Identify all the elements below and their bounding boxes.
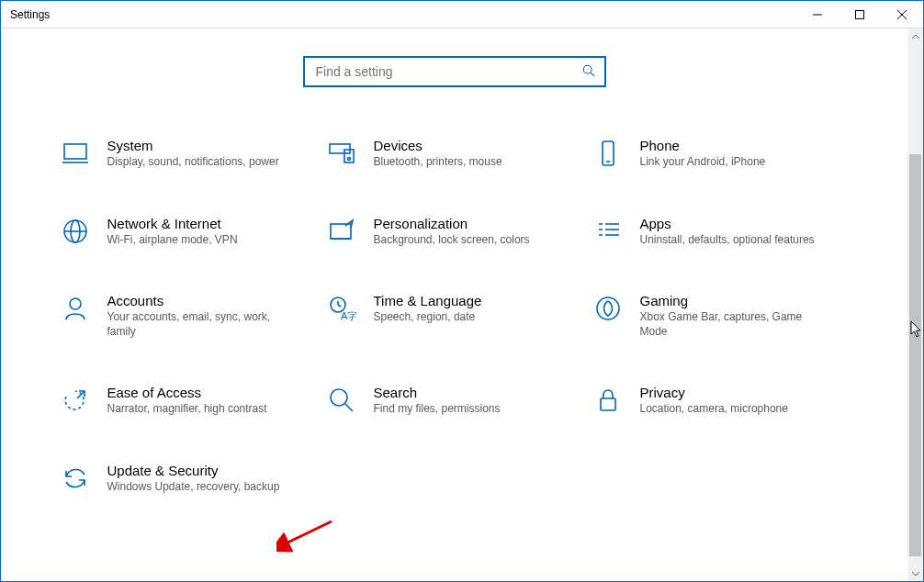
svg-rect-8 xyxy=(330,144,350,153)
category-title: Network & Internet xyxy=(107,216,238,231)
category-apps[interactable]: Apps Uninstall, defaults, optional featu… xyxy=(592,216,850,248)
category-title: Update & Security xyxy=(107,463,280,478)
search-input[interactable] xyxy=(314,63,582,80)
personalization-icon xyxy=(326,216,357,247)
scroll-up-button[interactable] xyxy=(907,28,923,44)
category-search[interactable]: Search Find my files, permissions xyxy=(326,385,583,417)
svg-text:A字: A字 xyxy=(341,310,356,321)
svg-point-4 xyxy=(583,65,592,73)
category-grid: System Display, sound, notifications, po… xyxy=(60,138,850,495)
category-desc: Windows Update, recovery, backup xyxy=(107,480,280,495)
category-desc: Xbox Game Bar, captures, Game Mode xyxy=(640,310,824,339)
category-title: Search xyxy=(374,385,501,400)
category-desc: Wi-Fi, airplane mode, VPN xyxy=(107,233,238,248)
window-title: Settings xyxy=(1,8,50,21)
category-gaming[interactable]: Gaming Xbox Game Bar, captures, Game Mod… xyxy=(592,293,850,339)
svg-point-10 xyxy=(347,158,350,161)
ease-of-access-icon xyxy=(60,385,91,416)
lock-icon xyxy=(592,385,624,416)
update-icon xyxy=(60,463,91,494)
svg-point-24 xyxy=(70,298,81,309)
category-title: Phone xyxy=(640,138,766,153)
category-title: Accounts xyxy=(107,293,291,308)
minimize-button[interactable] xyxy=(796,1,839,28)
category-system[interactable]: System Display, sound, notifications, po… xyxy=(60,138,317,170)
category-title: Privacy xyxy=(640,385,788,400)
category-title: Apps xyxy=(640,216,815,231)
category-desc: Narrator, magnifier, high contrast xyxy=(107,402,267,417)
time-language-icon: A字 xyxy=(326,293,357,324)
category-network[interactable]: Network & Internet Wi-Fi, airplane mode,… xyxy=(60,216,317,248)
category-accounts[interactable]: Accounts Your accounts, email, sync, wor… xyxy=(60,293,317,339)
svg-point-31 xyxy=(331,389,347,406)
svg-rect-6 xyxy=(64,144,86,159)
category-title: Gaming xyxy=(640,293,824,308)
category-desc: Uninstall, defaults, optional features xyxy=(640,233,815,248)
scroll-thumb[interactable] xyxy=(909,154,921,556)
phone-icon xyxy=(592,138,624,169)
category-desc: Bluetooth, printers, mouse xyxy=(374,155,502,170)
scroll-track[interactable] xyxy=(907,44,923,565)
svg-rect-1 xyxy=(856,10,864,18)
category-desc: Link your Android, iPhone xyxy=(640,155,766,170)
svg-line-27 xyxy=(338,305,341,307)
window-buttons xyxy=(796,1,923,28)
settings-window: Settings xyxy=(0,0,924,582)
content-area: System Display, sound, notifications, po… xyxy=(1,28,907,581)
category-desc: Location, camera, microphone xyxy=(640,402,788,417)
apps-icon xyxy=(592,216,624,247)
category-update-security[interactable]: Update & Security Windows Update, recove… xyxy=(60,463,317,495)
close-button[interactable] xyxy=(881,1,923,28)
svg-rect-16 xyxy=(331,224,351,239)
category-title: Personalization xyxy=(374,216,530,231)
category-desc: Speech, region, date xyxy=(374,310,482,325)
category-phone[interactable]: Phone Link your Android, iPhone xyxy=(592,138,850,170)
search-box[interactable] xyxy=(303,56,606,87)
category-desc: Display, sound, notifications, power xyxy=(107,155,279,170)
scroll-down-button[interactable] xyxy=(907,565,923,581)
category-desc: Find my files, permissions xyxy=(374,402,501,417)
vertical-scrollbar[interactable] xyxy=(907,28,923,581)
category-desc: Background, lock screen, colors xyxy=(374,233,530,248)
maximize-button[interactable] xyxy=(839,1,881,28)
globe-icon xyxy=(60,216,91,247)
devices-icon xyxy=(326,138,357,169)
gaming-icon xyxy=(592,293,624,324)
category-ease-of-access[interactable]: Ease of Access Narrator, magnifier, high… xyxy=(60,385,317,417)
svg-rect-33 xyxy=(601,398,615,410)
category-title: System xyxy=(107,138,279,153)
svg-line-32 xyxy=(345,404,353,411)
category-desc: Your accounts, email, sync, work, family xyxy=(107,310,291,339)
category-title: Time & Language xyxy=(374,293,482,308)
titlebar: Settings xyxy=(1,1,923,28)
magnifier-icon xyxy=(326,385,357,416)
category-title: Devices xyxy=(374,138,502,153)
system-icon xyxy=(60,138,91,169)
category-devices[interactable]: Devices Bluetooth, printers, mouse xyxy=(326,138,583,170)
category-privacy[interactable]: Privacy Location, camera, microphone xyxy=(592,385,850,417)
svg-line-5 xyxy=(591,73,594,76)
category-personalization[interactable]: Personalization Background, lock screen,… xyxy=(326,216,583,248)
category-title: Ease of Access xyxy=(107,385,267,400)
accounts-icon xyxy=(60,293,91,324)
search-icon xyxy=(582,64,595,80)
category-time-language[interactable]: A字 Time & Language Speech, region, date xyxy=(326,293,583,339)
